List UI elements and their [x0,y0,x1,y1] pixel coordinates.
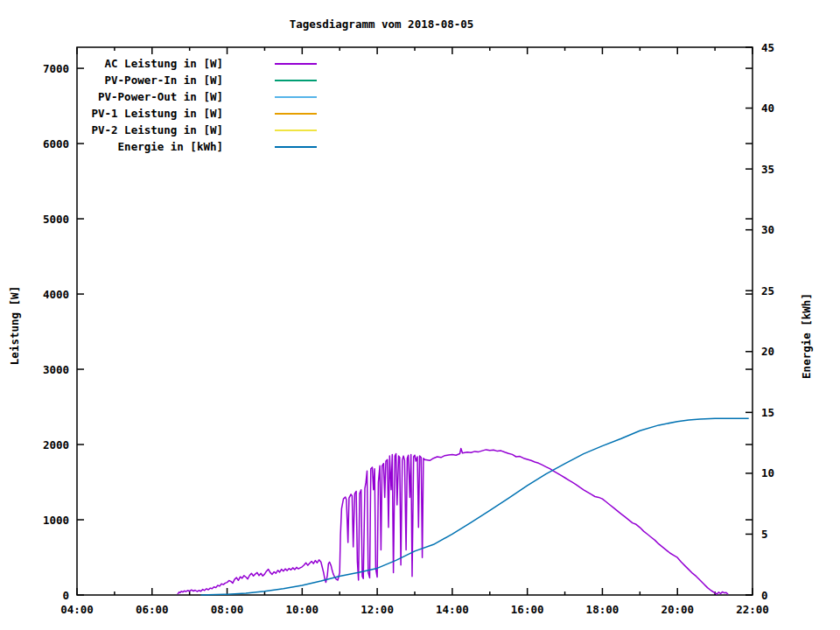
y2-tick-label: 20 [761,345,774,358]
legend: AC Leistung in [W]PV-Power-In in [W]PV-P… [91,57,317,153]
y-tick-label: 5000 [43,213,69,226]
y-tick-label: 7000 [43,62,69,75]
y2-tick-label: 30 [761,223,774,236]
y-tick-label: 4000 [43,288,69,301]
y-tick-label: 6000 [43,137,69,150]
x-tick-label: 04:00 [60,603,94,616]
y2-tick-label: 45 [761,41,774,54]
legend-label: PV-1 Leistung in [W] [91,107,223,120]
x-tick-label: 08:00 [211,603,244,616]
x-tick-label: 10:00 [286,603,319,616]
series-line-5 [201,418,749,595]
y-tick-label: 2000 [43,438,69,452]
x-tick-label: 20:00 [661,603,694,616]
legend-label: Energie in [kWh] [118,140,223,153]
y-tick-label: 1000 [43,514,69,527]
legend-label: PV-Power-In in [W] [105,74,223,87]
y2-tick-label: 25 [761,284,774,298]
x-tick-label: 06:00 [136,603,169,616]
x-tick-label: 22:00 [736,603,769,616]
legend-label: PV-Power-Out in [W] [98,90,223,103]
y2-tick-label: 35 [761,163,774,176]
daily-diagram-screenshot: Tagesdiagramm vom 2018-08-05 Leistung [W… [0,0,840,630]
chart-canvas: 04:0006:0008:0010:0012:0014:0016:0018:00… [0,0,840,630]
x-tick-label: 14:00 [436,603,469,616]
y2-tick-label: 15 [761,406,774,419]
y-tick-label: 0 [62,589,69,602]
x-tick-label: 12:00 [360,603,394,616]
legend-label: AC Leistung in [W] [105,57,223,70]
y2-tick-label: 0 [761,589,768,602]
y2-tick-label: 40 [761,102,774,115]
y2-tick-label: 10 [761,466,774,480]
y-tick-label: 3000 [43,363,69,376]
series-line-0 [178,449,728,595]
y2-axis: 051015202530354045 [746,41,774,602]
legend-label: PV-2 Leistung in [W] [91,123,223,136]
y2-tick-label: 5 [761,528,768,541]
x-tick-label: 16:00 [511,603,544,616]
x-tick-label: 18:00 [586,603,620,616]
